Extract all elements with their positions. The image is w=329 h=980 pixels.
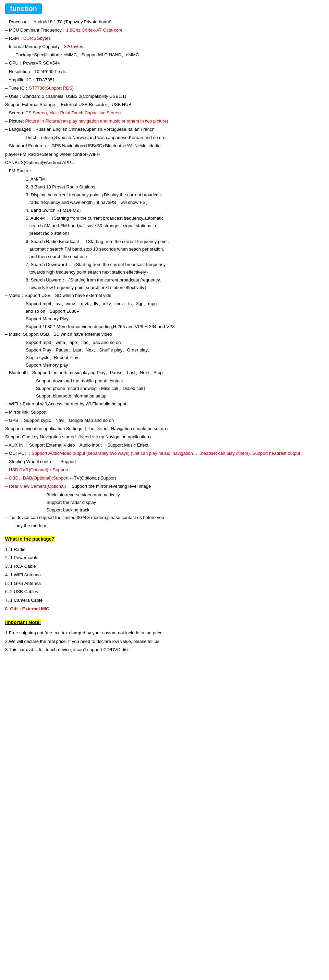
languages-line: – Languages：Russian,English,Chinese,Span… xyxy=(5,126,324,133)
fm-item-8: 8. Search Upward：（Starting from the curr… xyxy=(26,276,324,291)
rear-line2: Back into reverse video automatically xyxy=(46,491,324,499)
video-line4: Support Memory Play xyxy=(26,315,324,323)
wifi-line: – WIFI：External wifi,Access internet by … xyxy=(5,400,324,408)
mcu-line: – MCU Dominant Frequency：1.8Ghz Cortex-A… xyxy=(5,26,324,34)
fm-item-6: 6. Search Radio Broadcast：（Starting from… xyxy=(26,238,324,261)
bt-line3: Support phone record showing（Miss call、D… xyxy=(36,385,324,392)
package-title: What in the package? xyxy=(5,536,54,542)
package-list: 1. 1 Radio 2. 1 Power cable 3. 1 RCA Cab… xyxy=(5,546,324,613)
memory-line: – Internal Memory Capacity：32Gbytes xyxy=(5,43,324,51)
modem-line: –The device can support the limited 3G/4… xyxy=(5,514,324,522)
gps-line: – GPS ：Support sygic、Navi、Google Map and… xyxy=(5,417,324,424)
package-item-2: 2. 1 Power cable xyxy=(5,554,324,562)
standard2-line: player+FM Radio+Steering wheel control+W… xyxy=(5,151,324,158)
nav-line: Support navigation application Settings（… xyxy=(5,425,324,433)
standard-line: – Standard Features： GPS Navigation+USB/… xyxy=(5,142,324,150)
standard3-line: CANBUS(Optional)+Android APP.... xyxy=(5,159,324,167)
tune-line: – Tune IC：ST7786(Support RDS) xyxy=(5,84,324,92)
video-line5: Support 1080P More format video decoding… xyxy=(26,323,324,331)
nav-line2: Support One key Navigation started（Need … xyxy=(5,433,324,441)
usb-dvr-line: – USB DVR(Optional)：Support xyxy=(5,466,324,474)
obd-line: – OBD、DAB(Optional):Support -- TV(Option… xyxy=(5,474,324,482)
gpu-line: – GPU：PowerVR SGX544 xyxy=(5,59,324,67)
mirror-line: – Mirror link: Support xyxy=(5,409,324,416)
package-item-3: 3. 1 RCA Cable xyxy=(5,562,324,571)
usb-indent-line: Support External Storage 、External USB R… xyxy=(5,101,324,108)
music-line4: Single cycle、Repeat Play xyxy=(26,354,324,361)
steering-line: – Steeling Wheel control ： Support xyxy=(5,458,324,465)
music-line3: Support Play、Pause、Last、Next、Shuffle pla… xyxy=(26,346,324,354)
package-spec-line: Package Specification：eMMC、Support MLC N… xyxy=(16,51,324,59)
package-item-6: 6. 2 USB Cables xyxy=(5,588,324,596)
rear-line4: Support backing track xyxy=(46,506,324,514)
note-item-1: 1.Free shipping not free tax, tax charge… xyxy=(5,629,324,638)
bt-line4: Support bluetooth information setup xyxy=(36,392,324,400)
package-item-1: 1. 1 Radio xyxy=(5,546,324,554)
music-line5: Support Memory play xyxy=(26,361,324,369)
rear-section: – Rear View Camera(Optional)： Support th… xyxy=(5,483,324,490)
fm-item-2: 2. 3 Band 18 Preset Radio Stations xyxy=(26,183,324,191)
fm-list: 1. AM/FM 2. 3 Band 18 Preset Radio Stati… xyxy=(26,175,324,291)
screen-line: – Screen:IPS Screen, Multi-Point Touch C… xyxy=(5,109,324,117)
modem-line2: buy the modem xyxy=(16,522,324,530)
video-line2: Support mp4、avi、wmv、rmvb、flv、mkv、mov、ts、… xyxy=(26,300,324,307)
fm-item-7: 7. Search Downward：（Starting from the cu… xyxy=(26,261,324,276)
amplifier-line: – Amplifier IC：TDA7851 xyxy=(5,76,324,84)
fm-label: – FM Radio： xyxy=(5,167,324,175)
music-line2: Support mp3、wma、ape、flac、aac and so on xyxy=(26,339,324,346)
music-section: – Music: Support USB、SD which have exter… xyxy=(5,331,324,338)
package-section: What in the package? 1. 1 Radio 2. 1 Pow… xyxy=(5,535,324,613)
note-section: Important Note: 1.Free shipping not free… xyxy=(5,619,324,654)
output-section: – OUTPUT：Support Audio/video output (sep… xyxy=(5,450,324,457)
rear-line3: Support the radar display xyxy=(46,499,324,506)
processor-line: – Processor：Android 8.1 T8 (Toppway,Priv… xyxy=(5,18,324,26)
bt-line2: Support download the mobile phone contac… xyxy=(36,377,324,385)
bluetooth-section: – Bluetooth：Support bluetooth music play… xyxy=(5,369,324,377)
aux-line: – AUX IN ：Support External Video、Audio i… xyxy=(5,441,324,449)
ram-line: – RAM：DDR 2Gbytes xyxy=(5,35,324,42)
package-item-5: 5. 1 GPS Antenna xyxy=(5,579,324,588)
note-list: 1.Free shipping not free tax, tax charge… xyxy=(5,629,324,654)
languages2-line: Dutch,Turkish,Swedish,Norwegian,Polish,J… xyxy=(26,134,324,142)
video-line3: and so on、Support 1080P xyxy=(26,307,324,315)
note-item-2: 2.We will declare the real price. If you… xyxy=(5,638,324,646)
resolution-line: – Resolution：1024*600 Pixels xyxy=(5,68,324,76)
fm-item-1: 1. AM/FM xyxy=(26,175,324,183)
package-item-4: 4. 1 WIFI Antenna xyxy=(5,571,324,579)
video-section: – Video：Support USB、SD which have extern… xyxy=(5,292,324,299)
usb-line: – USB：Standard 2 channels, USB2.0(Compat… xyxy=(5,93,324,100)
note-title: Important Note: xyxy=(5,620,41,625)
function-badge: function xyxy=(5,3,42,14)
package-item-7: 7. 1 Camera Cable xyxy=(5,596,324,605)
fm-item-5: 5. Auto-M：（Starting from the current bro… xyxy=(26,215,324,237)
fm-item-4: 4. Band Switch（FM1/FM2） xyxy=(26,207,324,214)
picture-line: – Picture: Picture In Picture(can play n… xyxy=(5,118,324,125)
fm-item-3: 3. Display the current frequency point（D… xyxy=(26,191,324,206)
note-item-3: 3.This car dvd is full touch device, it … xyxy=(5,646,324,654)
package-item-8: 8. Gift：External MIC xyxy=(5,605,324,613)
